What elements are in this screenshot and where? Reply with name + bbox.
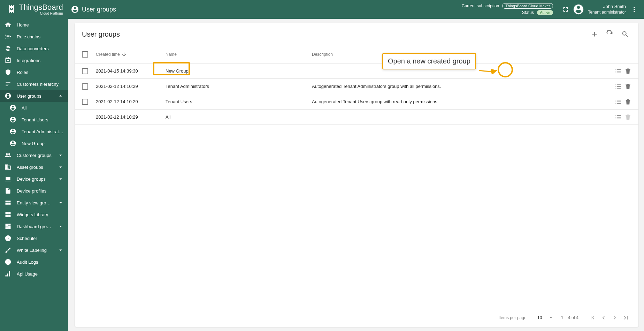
last-page-icon bbox=[622, 314, 629, 321]
cell-name: All bbox=[166, 114, 312, 120]
pagination-range: 1 – 4 of 4 bbox=[561, 315, 578, 320]
sidebar-item-device-groups[interactable]: Device groups bbox=[0, 173, 68, 185]
table-row[interactable]: 2021-02-12 14:10:29All bbox=[75, 110, 638, 125]
sidebar-item-entity-view-groups[interactable]: Entity view groups bbox=[0, 197, 68, 209]
sidebar-item-dashboard-groups[interactable]: Dashboard groups bbox=[0, 220, 68, 232]
cell-created: 2021-02-12 14:10:29 bbox=[96, 84, 166, 89]
sidebar-item-roles[interactable]: Roles bbox=[0, 66, 68, 78]
cell-name: New Group bbox=[166, 68, 312, 74]
items-per-page-select[interactable]: 10 bbox=[536, 315, 553, 321]
domain-icon bbox=[4, 163, 12, 171]
brand-logo[interactable]: ThingsBoard Cloud Platform bbox=[3, 3, 71, 15]
sidebar-item-label: Home bbox=[17, 22, 64, 28]
delete-icon[interactable] bbox=[624, 98, 631, 105]
avatar-icon bbox=[573, 3, 584, 15]
cell-name: Tenant Administrators bbox=[166, 84, 312, 89]
sidebar-item-integrations[interactable]: Integrations bbox=[0, 54, 68, 66]
column-created-header[interactable]: Created time bbox=[96, 52, 166, 57]
account-icon bbox=[9, 104, 17, 112]
sidebar-item-label: Tenant Administrators bbox=[22, 129, 64, 134]
sidebar-item-label: Scheduler bbox=[17, 236, 64, 241]
user-groups-card: User groups Created time Name bbox=[75, 23, 638, 327]
sidebar-subitem-new-group[interactable]: New Group bbox=[0, 137, 68, 149]
sidebar-subitem-tenant-administrators[interactable]: Tenant Administrators bbox=[0, 126, 68, 137]
sidebar-item-api-usage[interactable]: Api Usage bbox=[0, 268, 68, 280]
open-group-icon[interactable] bbox=[615, 114, 622, 121]
sidebar-item-widgets-library[interactable]: Widgets Library bbox=[0, 209, 68, 220]
first-page-button[interactable] bbox=[587, 312, 598, 323]
card-title: User groups bbox=[82, 30, 120, 38]
chevron-down-icon bbox=[58, 223, 64, 230]
sidebar-subitem-all[interactable]: All bbox=[0, 102, 68, 114]
next-page-button[interactable] bbox=[609, 312, 620, 323]
user-role: Tenant administrator bbox=[588, 10, 626, 15]
delete-icon[interactable] bbox=[624, 83, 631, 90]
sidebar-item-customers-hierarchy[interactable]: Customers hierarchy bbox=[0, 78, 68, 90]
column-name-header[interactable]: Name bbox=[166, 52, 312, 57]
chevron-down-icon bbox=[58, 176, 64, 182]
shield-icon bbox=[4, 68, 12, 76]
refresh-button[interactable] bbox=[604, 28, 616, 40]
sidebar-subitem-tenant-users[interactable]: Tenant Users bbox=[0, 114, 68, 126]
prev-page-button[interactable] bbox=[598, 312, 609, 323]
user-menu[interactable]: John Smith Tenant administrator bbox=[573, 3, 626, 15]
integrations-icon bbox=[4, 57, 12, 64]
svg-point-2 bbox=[10, 36, 10, 37]
fullscreen-button[interactable] bbox=[559, 2, 573, 16]
sidebar-item-home[interactable]: Home bbox=[0, 19, 68, 31]
sidebar-item-label: Integrations bbox=[17, 58, 64, 63]
column-description-header[interactable]: Description bbox=[312, 52, 600, 57]
audit-icon bbox=[4, 258, 12, 266]
chevron-left-icon bbox=[600, 314, 607, 321]
open-group-icon[interactable] bbox=[615, 68, 622, 75]
more-menu-button[interactable] bbox=[627, 2, 641, 16]
subscription-plan[interactable]: ThingsBoard Cloud Maker bbox=[502, 3, 553, 9]
sidebar-item-label: Data converters bbox=[17, 46, 64, 51]
devices-icon bbox=[4, 175, 12, 183]
select-all-checkbox[interactable] bbox=[82, 51, 88, 58]
user-name: John Smith bbox=[588, 4, 626, 10]
sidebar-item-data-converters[interactable]: Data converters bbox=[0, 43, 68, 54]
sidebar-item-label: Dashboard groups bbox=[17, 224, 53, 229]
row-checkbox[interactable] bbox=[82, 99, 88, 105]
sidebar-item-audit-logs[interactable]: Audit Logs bbox=[0, 256, 68, 268]
refresh-icon bbox=[606, 30, 614, 38]
cell-created: 2021-02-12 14:10:29 bbox=[96, 99, 166, 104]
row-checkbox[interactable] bbox=[82, 83, 88, 90]
search-button[interactable] bbox=[619, 28, 631, 40]
brand-subtitle: Cloud Platform bbox=[40, 12, 63, 15]
sidebar-item-device-profiles[interactable]: Device profiles bbox=[0, 185, 68, 197]
add-button[interactable] bbox=[588, 28, 601, 40]
table-row[interactable]: 2021-04-15 14:39:30New Group bbox=[75, 63, 638, 79]
entity-icon bbox=[4, 199, 12, 206]
svg-point-0 bbox=[5, 35, 6, 36]
open-group-icon[interactable] bbox=[615, 83, 622, 90]
more-vert-icon bbox=[630, 6, 638, 13]
delete-icon[interactable] bbox=[624, 68, 631, 75]
first-page-icon bbox=[589, 314, 596, 321]
chevron-up-icon bbox=[58, 93, 64, 99]
table-row[interactable]: 2021-02-12 14:10:29Tenant UsersAutogener… bbox=[75, 94, 638, 110]
sidebar-item-rule-chains[interactable]: Rule chains bbox=[0, 31, 68, 43]
items-per-page-label: Items per page: bbox=[499, 315, 528, 320]
status-label: Status bbox=[522, 10, 534, 15]
last-page-button[interactable] bbox=[620, 312, 631, 323]
subscription-info: Current subscription ThingsBoard Cloud M… bbox=[462, 3, 553, 16]
sidebar-item-white-labeling[interactable]: White Labeling bbox=[0, 244, 68, 256]
account-circle-icon bbox=[71, 5, 79, 14]
sidebar-item-scheduler[interactable]: Scheduler bbox=[0, 232, 68, 244]
brand-name: ThingsBoard bbox=[19, 3, 63, 11]
sidebar-item-label: Api Usage bbox=[17, 271, 64, 277]
sidebar-item-asset-groups[interactable]: Asset groups bbox=[0, 161, 68, 173]
sidebar-item-user-groups[interactable]: User groups bbox=[0, 90, 68, 102]
table-row[interactable]: 2021-02-12 14:10:29Tenant Administrators… bbox=[75, 79, 638, 94]
cell-description: Autogenerated Tenant Administrators grou… bbox=[312, 84, 600, 89]
sidebar-item-customer-groups[interactable]: Customer groups bbox=[0, 149, 68, 161]
open-group-icon[interactable] bbox=[615, 98, 622, 105]
brush-icon bbox=[4, 246, 12, 254]
account-icon bbox=[4, 92, 12, 100]
sidebar-item-label: Widgets Library bbox=[17, 212, 64, 217]
clock-icon bbox=[4, 234, 12, 242]
row-checkbox[interactable] bbox=[82, 68, 88, 74]
chevron-down-icon bbox=[58, 152, 64, 158]
